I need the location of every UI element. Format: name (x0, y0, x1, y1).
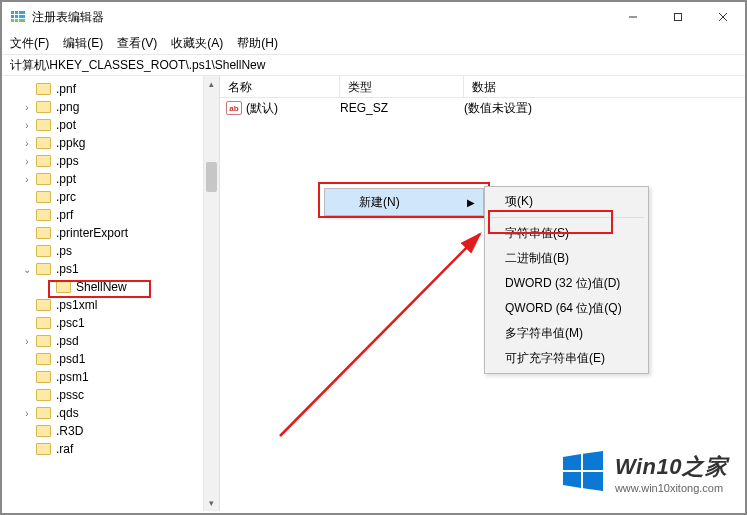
tree-node[interactable]: .prc (12, 188, 219, 206)
window-title: 注册表编辑器 (32, 9, 610, 26)
tree-node[interactable]: .pssc (12, 386, 219, 404)
watermark-url: www.win10xitong.com (615, 482, 723, 494)
tree-scrollbar[interactable]: ▴ ▾ (203, 76, 219, 511)
tree-node[interactable]: .ps1xml (12, 296, 219, 314)
folder-icon (36, 335, 51, 347)
tree-node[interactable]: ›.qds (12, 404, 219, 422)
menu-item[interactable]: 可扩充字符串值(E) (485, 346, 648, 371)
tree-node-label: .psd1 (56, 352, 85, 366)
tree-pane[interactable]: .pnf›.png›.pot›.ppkg›.pps›.ppt.prc.prf.p… (2, 76, 220, 511)
close-button[interactable] (700, 2, 745, 32)
col-type[interactable]: 类型 (340, 76, 464, 97)
folder-icon (36, 353, 51, 365)
tree-node[interactable]: ⌄.ps1 (12, 260, 219, 278)
expander-icon[interactable]: › (22, 138, 32, 149)
tree-node[interactable]: .ps (12, 242, 219, 260)
expander-icon[interactable]: › (22, 408, 32, 419)
tree-node-label: .ps (56, 244, 72, 258)
tree-node[interactable]: ShellNew (32, 278, 219, 296)
tree-node[interactable]: ›.psd (12, 332, 219, 350)
tree-node-label: .pnf (56, 82, 76, 96)
expander-icon[interactable]: › (22, 336, 32, 347)
svg-rect-4 (18, 11, 19, 22)
tree-node[interactable]: ›.png (12, 98, 219, 116)
folder-icon (36, 317, 51, 329)
folder-icon (36, 101, 51, 113)
folder-icon (36, 227, 51, 239)
tree-node-label: .png (56, 100, 79, 114)
menu-favorites[interactable]: 收藏夹(A) (171, 35, 223, 52)
folder-icon (36, 263, 51, 275)
scroll-thumb[interactable] (206, 162, 217, 192)
tree-node-label: .R3D (56, 424, 83, 438)
menu-file[interactable]: 文件(F) (10, 35, 49, 52)
menu-item[interactable]: 多字符串值(M) (485, 321, 648, 346)
tree-node[interactable]: ›.pot (12, 116, 219, 134)
folder-icon (36, 299, 51, 311)
folder-icon (36, 407, 51, 419)
tree-node-label: .prc (56, 190, 76, 204)
menu-help[interactable]: 帮助(H) (237, 35, 278, 52)
expander-icon[interactable]: › (22, 120, 32, 131)
maximize-button[interactable] (655, 2, 700, 32)
content: .pnf›.png›.pot›.ppkg›.pps›.ppt.prc.prf.p… (2, 76, 745, 511)
tree-node[interactable]: .R3D (12, 422, 219, 440)
window: 注册表编辑器 文件(F) 编辑(E) 查看(V) 收藏夹(A) 帮助(H) 计算… (0, 0, 747, 515)
windows-logo-icon (561, 449, 605, 497)
menu-item-new[interactable]: 新建(N) ▶ (325, 189, 483, 215)
scroll-down-icon[interactable]: ▾ (204, 495, 219, 511)
cell-type: REG_SZ (340, 101, 464, 115)
tree-node-label: .pssc (56, 388, 84, 402)
tree-node-label: .psm1 (56, 370, 89, 384)
tree-node[interactable]: .raf (12, 440, 219, 458)
cell-name: (默认) (246, 100, 340, 117)
expander-icon[interactable]: › (22, 102, 32, 113)
minimize-button[interactable] (610, 2, 655, 32)
folder-icon (36, 209, 51, 221)
app-icon (10, 9, 26, 25)
tree-node[interactable]: .psm1 (12, 368, 219, 386)
expander-icon[interactable]: ⌄ (22, 264, 32, 275)
col-name[interactable]: 名称 (220, 76, 340, 97)
tree-node-label: .ppkg (56, 136, 85, 150)
string-value-icon: ab (226, 101, 242, 115)
menu-separator (489, 217, 644, 218)
tree-node-label: .ps1 (56, 262, 79, 276)
tree-node-label: .pps (56, 154, 79, 168)
menu-item[interactable]: 二进制值(B) (485, 246, 648, 271)
tree-node-label: .printerExport (56, 226, 128, 240)
expander-icon[interactable]: › (22, 156, 32, 167)
tree-node[interactable]: .pnf (12, 80, 219, 98)
address-text: 计算机\HKEY_CLASSES_ROOT\.ps1\ShellNew (10, 57, 265, 74)
tree-node[interactable]: ›.ppt (12, 170, 219, 188)
menubar: 文件(F) 编辑(E) 查看(V) 收藏夹(A) 帮助(H) (2, 32, 745, 54)
menu-item[interactable]: DWORD (32 位)值(D) (485, 271, 648, 296)
svg-rect-3 (14, 11, 15, 22)
address-bar[interactable]: 计算机\HKEY_CLASSES_ROOT\.ps1\ShellNew (2, 54, 745, 76)
list-pane: 名称 类型 数据 ab (默认) REG_SZ (数值未设置) 新建(N) ▶ … (220, 76, 745, 511)
menu-item[interactable]: QWORD (64 位)值(Q) (485, 296, 648, 321)
folder-icon (36, 389, 51, 401)
menu-item[interactable]: 项(K) (485, 189, 648, 214)
list-header: 名称 类型 数据 (220, 76, 745, 98)
folder-icon (36, 191, 51, 203)
scroll-up-icon[interactable]: ▴ (204, 76, 219, 92)
tree-node[interactable]: ›.pps (12, 152, 219, 170)
tree-node[interactable]: .psc1 (12, 314, 219, 332)
menu-view[interactable]: 查看(V) (117, 35, 157, 52)
list-row[interactable]: ab (默认) REG_SZ (数值未设置) (220, 98, 745, 118)
folder-icon (36, 119, 51, 131)
tree-node-label: .qds (56, 406, 79, 420)
tree-node[interactable]: .psd1 (12, 350, 219, 368)
expander-icon[interactable]: › (22, 174, 32, 185)
menu-item[interactable]: 字符串值(S) (485, 221, 648, 246)
tree-node[interactable]: .prf (12, 206, 219, 224)
tree-node[interactable]: .printerExport (12, 224, 219, 242)
menu-edit[interactable]: 编辑(E) (63, 35, 103, 52)
submenu-arrow-icon: ▶ (467, 197, 475, 208)
tree-node-label: ShellNew (76, 280, 127, 294)
watermark-brand: Win10之家 (615, 452, 727, 482)
col-data[interactable]: 数据 (464, 76, 745, 97)
tree-node[interactable]: ›.ppkg (12, 134, 219, 152)
tree-node-label: .pot (56, 118, 76, 132)
